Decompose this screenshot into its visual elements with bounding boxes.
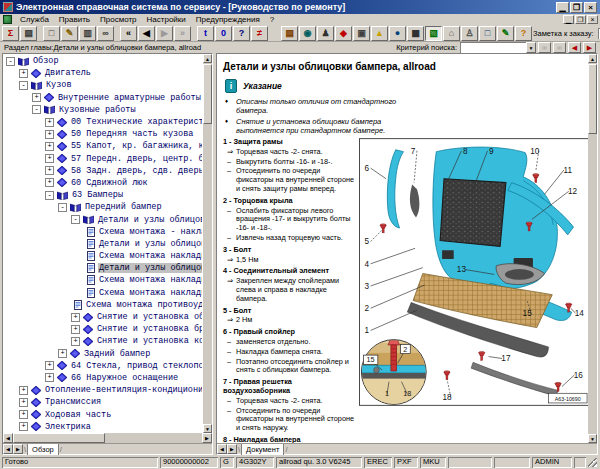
tree-item-label[interactable]: Схема монтажа накладки бампера	[98, 275, 202, 285]
menu-item[interactable]: ?	[265, 15, 279, 24]
tree-item[interactable]: Детали и узлы облицовки бампер	[4, 238, 202, 250]
menu-item[interactable]: Настройки	[142, 15, 191, 24]
help-icon[interactable]: ?	[233, 26, 250, 41]
tree-item[interactable]: Схема монтажа противоударного бр	[4, 299, 202, 311]
tree-item[interactable]: +Двигатель	[4, 67, 202, 79]
tree-item-label[interactable]: 66 Наружное оснащение	[70, 373, 179, 383]
expand-toggle-icon[interactable]: +	[71, 313, 80, 322]
order-sum-icon[interactable]: Σ	[2, 26, 19, 41]
new-document-icon[interactable]: □	[43, 26, 60, 41]
child-minimize-button[interactable]: ▁	[563, 15, 574, 24]
scroll-up-icon[interactable]: ▲	[203, 54, 212, 63]
person-search-icon[interactable]: ♙	[461, 26, 478, 41]
tree-item-label[interactable]: Детали и узлы облицовки бампер	[98, 239, 202, 249]
collapse-toggle-icon[interactable]: -	[71, 215, 80, 224]
expand-toggle-icon[interactable]: +	[19, 422, 28, 431]
repair-manual-icon[interactable]: ▧	[425, 26, 442, 41]
scroll-down-icon[interactable]: ▼	[203, 424, 212, 433]
document-frame-icon[interactable]: ▣	[353, 26, 370, 41]
tree-item[interactable]: +50 Передняя часть кузова	[4, 128, 202, 140]
collapse-toggle-icon[interactable]: -	[19, 81, 28, 90]
tree-item-label[interactable]: 63 Бамперы	[71, 190, 124, 200]
tree-item[interactable]: Схема монтажа накладки бампера	[4, 287, 202, 299]
scroll-right-icon[interactable]: ▶	[202, 433, 212, 443]
tree-item[interactable]: +00 Технические характеристики	[4, 116, 202, 128]
expand-toggle-icon[interactable]: +	[45, 361, 54, 370]
help-yellow-icon[interactable]: ?	[515, 26, 532, 41]
tree-item-label[interactable]: 60 Сдвижной люк	[70, 178, 149, 188]
tree-item[interactable]: +Снятие и установка облицовки бам	[4, 311, 202, 323]
expand-toggle-icon[interactable]: +	[71, 337, 80, 346]
tree-item-label[interactable]: Внутренние арматурные работы	[57, 93, 202, 103]
search-criteria-combobox[interactable]: ▼	[460, 42, 536, 53]
scroll-left-icon[interactable]: ◀	[3, 433, 13, 443]
expand-toggle-icon[interactable]: +	[19, 398, 28, 407]
tree-item-label[interactable]: 57 Передн. дверь, центр. блокир.зам	[70, 154, 202, 164]
tree-item[interactable]: +64 Стекла, привод стеклоподъёмников	[4, 360, 202, 372]
nav-next-icon[interactable]: ▶	[156, 26, 173, 41]
monitor-icon[interactable]: ▦	[407, 26, 424, 41]
copy-icon[interactable]: ▥	[79, 26, 96, 41]
tree-item-label[interactable]: Электрика	[44, 422, 92, 432]
tree-item[interactable]: +55 Капот, кр. багажника, кабина, цен	[4, 140, 202, 152]
binoculars-search-icon[interactable]: ∞	[97, 26, 114, 41]
globe-icon[interactable]: ◉	[299, 26, 316, 41]
tree-item[interactable]: Схема монтажа - накладка бампе	[4, 226, 202, 238]
tree-horizontal-scrollbar[interactable]: ◀ ▶	[3, 433, 212, 443]
expand-toggle-icon[interactable]: +	[58, 349, 67, 358]
print-icon[interactable]: ▤	[20, 26, 37, 41]
doc-scroll-up-icon[interactable]: ▲	[588, 54, 597, 63]
doc-scroll-down-icon[interactable]: ▼	[588, 434, 597, 443]
tree-item[interactable]: +Задний бампер	[4, 348, 202, 360]
tree-item[interactable]: -Детали и узлы облицовки бампера	[4, 213, 202, 225]
tree-item[interactable]: +Отопление-вентиляция-кондиционирование	[4, 384, 202, 396]
tree-item[interactable]: +Электрика	[4, 421, 202, 433]
minimize-button[interactable]: ▁	[556, 2, 569, 13]
tree-item[interactable]: +60 Сдвижной люк	[4, 177, 202, 189]
tree-item-label[interactable]: Трансмиссия	[44, 397, 102, 407]
previous-hit-icon[interactable]: ◀	[568, 42, 581, 53]
tree-item-label[interactable]: Ходовая часть	[44, 410, 112, 420]
expand-toggle-icon[interactable]: +	[71, 325, 80, 334]
doc-tab-scroll-left-icon[interactable]: ◀	[217, 444, 227, 454]
edit-pencil-icon[interactable]: ✎	[61, 26, 78, 41]
expand-toggle-icon[interactable]: +	[45, 178, 54, 187]
tree-item[interactable]: Схема монтажа накладки бампера	[4, 250, 202, 262]
child-window-icon[interactable]	[3, 15, 12, 24]
collapse-toggle-icon[interactable]: -	[58, 203, 67, 212]
menu-item[interactable]: Править	[54, 15, 95, 24]
tree-item-label[interactable]: 00 Технические характеристики	[70, 117, 202, 127]
restore-button[interactable]: ❐	[570, 2, 583, 13]
warning-triangle-icon[interactable]: ▲	[371, 26, 388, 41]
expand-toggle-icon[interactable]: +	[45, 118, 54, 127]
tab-document[interactable]: Документ	[241, 444, 284, 455]
collapse-toggle-icon[interactable]: -	[6, 57, 15, 66]
tree-item-label[interactable]: Детали и узлы облицовки бампера	[97, 215, 202, 225]
tree-item[interactable]: -63 Бамперы	[4, 189, 202, 201]
tree-item-label[interactable]: Передний бампер	[84, 202, 163, 212]
tree-item-label[interactable]: 58 Задн. дверь, сдв. дверь, расп. дв	[70, 166, 202, 176]
tree-item-label[interactable]: Снятие и установка бруса безопас	[96, 324, 202, 334]
nav-previous-icon[interactable]: ◀	[138, 26, 155, 41]
find-in-doc-icon[interactable]: ∞	[538, 42, 551, 53]
tree-item-label[interactable]: Схема монтажа накладки бампера	[98, 288, 202, 298]
collapse-toggle-icon[interactable]: -	[45, 191, 54, 200]
tab-scroll-left-icon[interactable]: ◀	[3, 444, 13, 454]
tab-scroll-right-icon[interactable]: ▶	[13, 444, 23, 454]
tree-item-label[interactable]: Кузов	[45, 80, 73, 90]
tree-item-label[interactable]: Снятие и установка облицовки бам	[96, 312, 202, 322]
expand-toggle-icon[interactable]: +	[19, 410, 28, 419]
tree-item[interactable]: -Передний бампер	[4, 201, 202, 213]
edit-green-icon[interactable]: ✎	[497, 26, 514, 41]
expand-toggle-icon[interactable]: +	[45, 373, 54, 382]
tree-item-label[interactable]: 50 Передняя часть кузова	[70, 129, 194, 139]
tree-hscroll-thumb[interactable]	[13, 433, 105, 443]
doc-tab-scroll-right-icon[interactable]: ▶	[227, 444, 237, 454]
child-restore-button[interactable]: ❐	[575, 15, 586, 24]
tree-item[interactable]: +Внутренние арматурные работы	[4, 92, 202, 104]
tree-item[interactable]: Детали и узлы облицовки бампер	[4, 262, 202, 274]
menu-item[interactable]: Предупреждения	[191, 15, 265, 24]
doc-vscroll-thumb[interactable]	[588, 64, 597, 134]
expand-toggle-icon[interactable]: +	[45, 154, 54, 163]
car-icon[interactable]: ⌂	[443, 26, 460, 41]
